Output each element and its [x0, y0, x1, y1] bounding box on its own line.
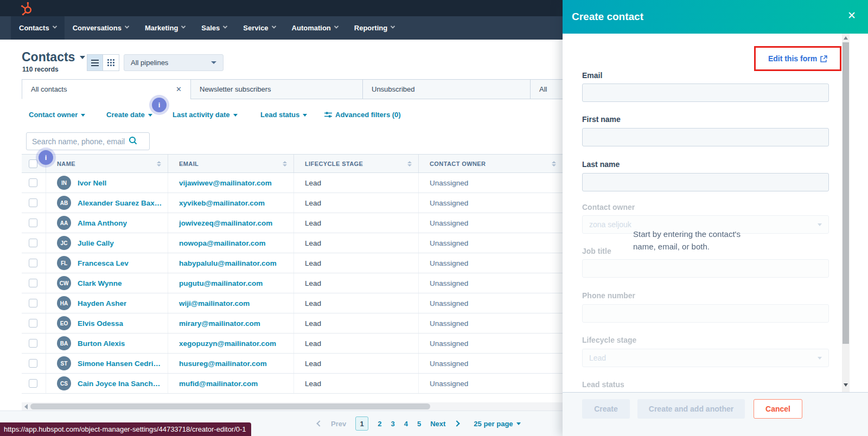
column-header-name[interactable]: NAME [46, 155, 168, 172]
horizontal-scrollbar-thumb[interactable] [30, 403, 430, 409]
page-title[interactable]: Contacts [22, 50, 85, 65]
nav-label: Sales [201, 24, 220, 32]
contact-owner-value: Unassigned [430, 259, 468, 267]
row-checkbox[interactable] [29, 178, 37, 187]
column-header-lifecycle-stage[interactable]: LIFECYCLE STAGE [294, 155, 419, 172]
row-checkbox[interactable] [29, 239, 37, 247]
caret-down-icon [211, 61, 216, 64]
job-title-field[interactable] [582, 259, 829, 278]
page-button-2[interactable]: 2 [378, 420, 381, 428]
page-button-5[interactable]: 5 [417, 420, 421, 428]
page-button-3[interactable]: 3 [391, 420, 394, 428]
scroll-left-arrow-icon[interactable] [24, 404, 28, 409]
contact-email-link[interactable]: mirary@mailinator.com [179, 319, 260, 328]
info-beacon-create-date[interactable]: i [152, 98, 167, 112]
tab-unsubscribed[interactable]: Unsubscribed [362, 79, 531, 99]
list-view-toggle[interactable] [87, 54, 103, 71]
contact-name-link[interactable]: Cain Joyce Ina Sanch… [78, 380, 160, 388]
contact-name-link[interactable]: Simone Hansen Cedri… [78, 360, 161, 368]
search-input[interactable] [27, 133, 127, 150]
column-header-email[interactable]: EMAIL [168, 155, 294, 172]
row-checkbox[interactable] [29, 219, 37, 227]
scroll-down-arrow-icon[interactable] [844, 383, 848, 387]
contact-email-link[interactable]: habypalulu@mailinator.com [179, 259, 277, 267]
hubspot-logo-icon[interactable] [21, 2, 33, 17]
per-page-dropdown[interactable]: 25 per page [474, 420, 520, 428]
nav-item-sales[interactable]: Sales [193, 16, 235, 40]
table-row: JCJulie Cally nowopa@mailinator.com Lead… [22, 233, 563, 253]
record-count: 110 records [22, 66, 59, 73]
create-button[interactable]: Create [582, 399, 630, 419]
page-button-1[interactable]: 1 [355, 416, 368, 431]
contact-email-link[interactable]: husureg@mailinator.com [179, 360, 267, 368]
contact-email-link[interactable]: nowopa@mailinator.com [179, 239, 265, 247]
contact-name-link[interactable]: Hayden Asher [78, 299, 126, 307]
info-beacon-search[interactable]: i [39, 150, 53, 165]
row-checkbox[interactable] [29, 359, 37, 368]
nav-item-conversations[interactable]: Conversations [65, 16, 137, 40]
prev-page-chevron-icon[interactable] [316, 420, 322, 426]
contact-email-link[interactable]: pugutu@mailinator.com [179, 279, 263, 287]
nav-item-service[interactable]: Service [235, 16, 283, 40]
edit-this-form-link[interactable]: Edit this form [768, 54, 827, 63]
prev-page-button[interactable]: Prev [331, 420, 346, 428]
contact-name-link[interactable]: Clark Wynne [78, 279, 122, 287]
tab-newsletter-subscribers[interactable]: Newsletter subscribers [190, 79, 363, 99]
lifecycle-stage-value: Lead [305, 360, 321, 368]
filter-create-date[interactable]: Create date [106, 111, 152, 119]
page-button-4[interactable]: 4 [404, 420, 408, 428]
horizontal-scrollbar[interactable] [22, 402, 563, 411]
row-checkbox[interactable] [29, 319, 37, 328]
row-checkbox[interactable] [29, 198, 37, 207]
lifecycle-stage-select[interactable]: Lead [582, 349, 829, 367]
contact-name-link[interactable]: Julie Cally [78, 239, 114, 247]
row-checkbox[interactable] [29, 259, 37, 267]
nav-item-automation[interactable]: Automation [284, 16, 346, 40]
contact-name-link[interactable]: Francesca Lev [78, 259, 129, 267]
create-and-add-another-button[interactable]: Create and add another [637, 399, 745, 419]
contact-email-link[interactable]: vijawiwev@mailinator.com [179, 179, 272, 187]
last-name-field[interactable] [582, 173, 829, 191]
contact-email-link[interactable]: jowivezeq@mailinator.com [179, 219, 272, 227]
contact-name-link[interactable]: Alma Anthony [78, 219, 127, 227]
nav-item-reporting[interactable]: Reporting [346, 16, 403, 40]
filter-lead-status[interactable]: Lead status [260, 111, 307, 119]
column-header-contact-owner[interactable]: CONTACT OWNER [419, 155, 563, 172]
phone-number-field[interactable] [582, 304, 829, 323]
filter-last-activity-date[interactable]: Last activity date [173, 111, 238, 119]
avatar: ST [57, 356, 71, 370]
email-field[interactable] [582, 84, 829, 102]
close-tab-icon[interactable]: ✕ [176, 85, 182, 93]
contact-email-link[interactable]: mufid@mailinator.com [179, 380, 258, 388]
contact-email-link[interactable]: wiji@mailinator.com [179, 299, 250, 307]
row-checkbox[interactable] [29, 279, 37, 287]
panel-scrollbar-thumb[interactable] [843, 42, 849, 344]
panel-scrollbar[interactable] [842, 34, 850, 392]
contact-name-link[interactable]: Alexander Suarez Bax… [78, 199, 162, 207]
filter-label: Create date [106, 111, 145, 119]
row-checkbox[interactable] [29, 339, 37, 348]
contact-email-link[interactable]: xyvikeb@mailinator.com [179, 199, 265, 207]
pipelines-dropdown[interactable]: All pipelines [124, 54, 224, 71]
tab-all[interactable]: All [530, 79, 563, 99]
pipelines-value: All pipelines [131, 59, 168, 67]
contact-name-link[interactable]: Ivor Nell [78, 179, 106, 187]
select-all-checkbox[interactable] [29, 159, 37, 168]
advanced-filters-button[interactable]: Advanced filters (0) [324, 111, 401, 119]
nav-item-contacts[interactable]: Contacts [11, 16, 65, 40]
row-checkbox[interactable] [29, 299, 37, 307]
cancel-button[interactable]: Cancel [754, 399, 802, 419]
close-panel-icon[interactable]: ✕ [847, 9, 856, 22]
contact-name-link[interactable]: Elvis Odessa [78, 319, 123, 328]
nav-item-marketing[interactable]: Marketing [137, 16, 193, 40]
next-page-button[interactable]: Next [430, 420, 445, 428]
filter-contact-owner[interactable]: Contact owner [29, 111, 85, 119]
row-checkbox[interactable] [29, 379, 37, 388]
next-page-chevron-icon[interactable] [454, 420, 460, 426]
tab-all-contacts[interactable]: All contacts✕ [22, 79, 191, 99]
first-name-field[interactable] [582, 128, 829, 146]
board-view-toggle[interactable] [103, 54, 119, 71]
contact-name-link[interactable]: Burton Alexis [78, 339, 125, 348]
scroll-up-arrow-icon[interactable] [844, 36, 848, 40]
contact-email-link[interactable]: xegopuzyn@mailinator.com [179, 339, 276, 348]
